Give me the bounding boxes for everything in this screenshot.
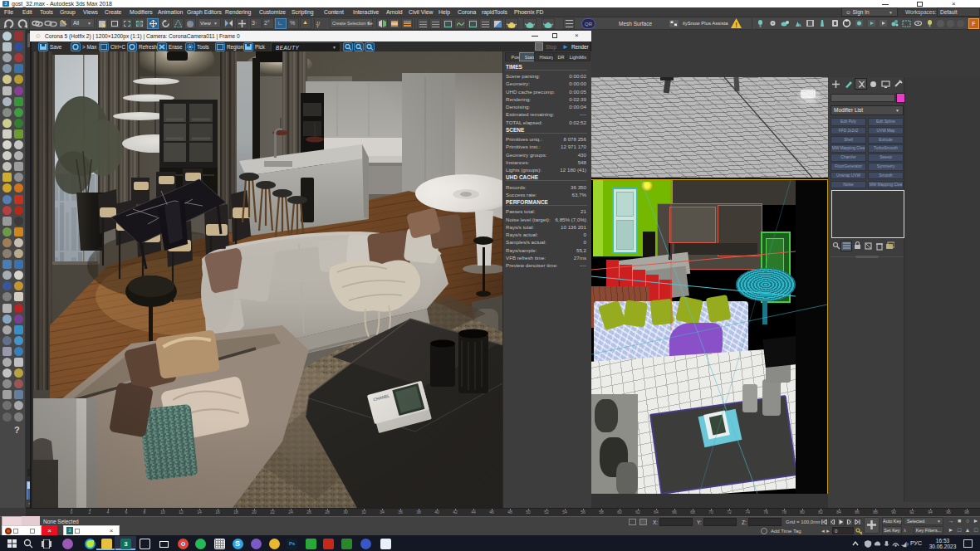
- svg-text:!: !: [735, 21, 737, 29]
